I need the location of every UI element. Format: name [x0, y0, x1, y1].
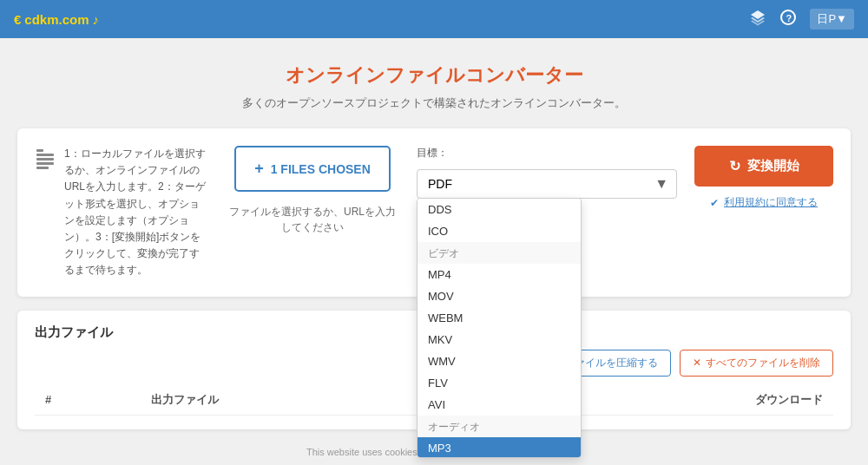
layers-icon[interactable]: [749, 9, 766, 29]
plus-icon: +: [254, 160, 264, 178]
dropdown-item[interactable]: FLV: [418, 372, 581, 394]
dropdown-item[interactable]: MOV: [418, 285, 581, 307]
logo[interactable]: € cdkm.com ♪: [14, 12, 99, 27]
dropdown-item[interactable]: MP3: [418, 437, 581, 458]
steps-section: 1：ローカルファイルを選択するか、オンラインファイルのURLを入力します。2：タ…: [35, 146, 208, 279]
logo-bracket: €: [14, 12, 21, 27]
dropdown-item[interactable]: WEBM: [418, 307, 581, 329]
format-select-wrapper: PDF ▼: [417, 169, 677, 199]
logo-music: ♪: [93, 12, 100, 27]
delete-all-button[interactable]: ✕ すべてのファイルを削除: [680, 350, 833, 377]
delete-label: すべてのファイルを削除: [706, 356, 820, 370]
header-controls: ? 日P▼: [749, 9, 854, 29]
action-section: ↻ 変換開始 ✔ 利用規約に同意する: [694, 146, 833, 210]
app-header: € cdkm.com ♪ ? 日P▼: [0, 0, 868, 38]
steps-icon: [35, 147, 56, 177]
format-dropdown[interactable]: DDSICOビデオMP4MOVWEBMMKVWMVFLVAVIオーディオMP3M…: [417, 198, 582, 458]
svg-rect-6: [36, 154, 54, 156]
col-number: #: [35, 385, 141, 416]
target-label: 目標：: [417, 146, 677, 160]
terms-row: ✔ 利用規約に同意する: [694, 195, 833, 210]
format-select[interactable]: PDF: [417, 169, 677, 199]
dropdown-item[interactable]: MP4: [418, 264, 581, 285]
upload-hint: ファイルを選択するか、URLを入力してください: [226, 204, 399, 235]
terms-checkmark: ✔: [710, 197, 719, 209]
dropdown-group: ビデオ: [418, 242, 581, 264]
language-selector[interactable]: 日P▼: [810, 9, 854, 29]
hint-text: ファイルを選択するか、URLを入力してください: [229, 206, 396, 233]
convert-button-label: 変換開始: [747, 158, 799, 174]
refresh-icon: ↻: [729, 158, 740, 174]
steps-text: 1：ローカルファイルを選択するか、オンラインファイルのURLを入力します。2：タ…: [64, 146, 208, 279]
dropdown-item[interactable]: WMV: [418, 350, 581, 372]
convert-button[interactable]: ↻ 変換開始: [694, 146, 833, 187]
svg-rect-9: [36, 167, 49, 169]
logo-text: cdkm.com: [24, 12, 89, 27]
svg-rect-8: [36, 162, 54, 165]
delete-icon: ✕: [693, 357, 701, 369]
upload-button[interactable]: + 1 FILES CHOSEN: [234, 146, 391, 192]
page-subtitle: 多くのオープンソースプロジェクトで構築されたオンラインコンバーター。: [0, 95, 868, 111]
upload-button-label: 1 FILES CHOSEN: [271, 162, 371, 176]
svg-rect-5: [36, 149, 43, 152]
converter-card: 1：ローカルファイルを選択するか、オンラインファイルのURLを入力します。2：タ…: [17, 128, 851, 297]
dropdown-item[interactable]: MKV: [418, 329, 581, 350]
convert-section: 目標： PDF ▼ DDSICOビデオMP4MOVWEBMMKVWMVFLVAV…: [417, 146, 677, 199]
dropdown-group: オーディオ: [418, 416, 581, 437]
dropdown-item[interactable]: ICO: [418, 220, 581, 242]
page-title: オンラインファイルコンバーター: [0, 62, 868, 88]
upload-section: + 1 FILES CHOSEN ファイルを選択するか、URLを入力してください: [226, 146, 399, 235]
hero-section: オンラインファイルコンバーター 多くのオープンソースプロジェクトで構築されたオン…: [0, 38, 868, 128]
svg-rect-7: [36, 158, 54, 160]
terms-link[interactable]: 利用規約に同意する: [724, 195, 818, 210]
help-icon[interactable]: ?: [780, 10, 796, 29]
dropdown-item[interactable]: AVI: [418, 394, 581, 416]
svg-text:?: ?: [786, 13, 792, 23]
dropdown-item[interactable]: DDS: [418, 199, 581, 220]
lang-label: 日P▼: [817, 11, 847, 27]
